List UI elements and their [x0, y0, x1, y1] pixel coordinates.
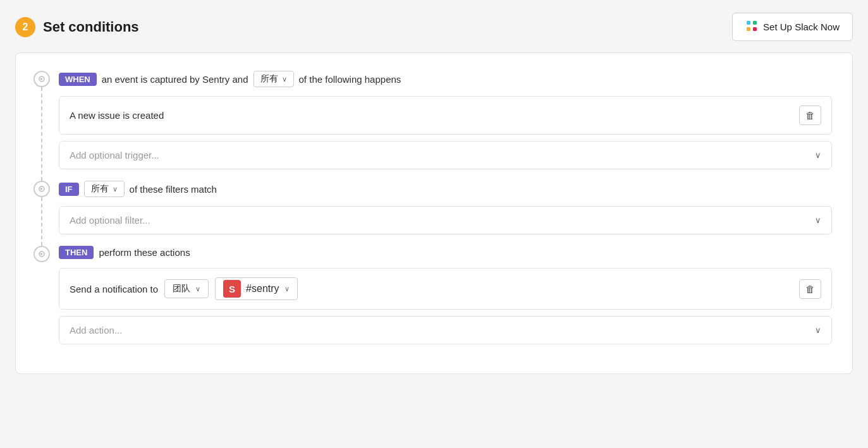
trash-icon: 🗑 — [805, 110, 815, 121]
then-prefix-text: perform these actions — [99, 247, 190, 258]
when-circle-btn[interactable] — [34, 71, 50, 87]
trash-icon-2: 🗑 — [805, 284, 815, 294]
add-filter-placeholder: Add optional filter... — [70, 215, 150, 226]
step-badge: 2 — [15, 17, 35, 37]
svg-marker-9 — [40, 253, 43, 255]
channel-chevron-icon: ∨ — [284, 285, 290, 293]
slack-icon — [745, 20, 758, 34]
svg-marker-5 — [40, 78, 43, 80]
svg-marker-7 — [40, 188, 43, 190]
svg-rect-1 — [753, 21, 757, 25]
condition-row-text: A new issue is created — [70, 110, 164, 121]
slack-button-label: Set Up Slack Now — [763, 21, 840, 32]
then-connector — [34, 246, 50, 356]
delete-condition-button[interactable]: 🗑 — [799, 106, 821, 125]
delete-notification-button[interactable]: 🗑 — [799, 279, 821, 299]
add-trigger-row[interactable]: Add optional trigger... ∨ — [59, 141, 832, 169]
header-left: 2 Set conditions — [15, 17, 139, 37]
setup-slack-button[interactable]: Set Up Slack Now — [732, 13, 853, 41]
page-header: 2 Set conditions Set Up Slack Now — [15, 13, 853, 41]
if-all-dropdown[interactable]: 所有 ∨ — [84, 181, 125, 197]
when-all-dropdown[interactable]: 所有 ∨ — [254, 71, 294, 87]
add-filter-row[interactable]: Add optional filter... ∨ — [59, 206, 832, 234]
condition-row: A new issue is created 🗑 — [59, 96, 832, 135]
then-badge: THEN — [59, 246, 94, 259]
when-prefix-text: an event is captured by Sentry and — [102, 74, 248, 85]
if-connector — [34, 181, 50, 246]
when-body: WHEN an event is captured by Sentry and … — [59, 71, 832, 181]
if-header-row: IF 所有 ∨ of these filters match — [59, 181, 832, 197]
then-header-row: THEN perform these actions — [59, 246, 832, 259]
notification-row-card: Send a notification to 团队 ∨ S #sentry ∨ … — [59, 268, 832, 310]
svg-rect-0 — [747, 21, 750, 25]
if-badge: IF — [59, 183, 79, 196]
then-body: THEN perform these actions Send a notifi… — [59, 246, 832, 356]
if-body: IF 所有 ∨ of these filters match Add optio… — [59, 181, 832, 246]
page-title: Set conditions — [43, 19, 139, 35]
if-dashed-line — [41, 197, 42, 246]
then-circle-btn[interactable] — [34, 246, 50, 262]
when-header-row: WHEN an event is captured by Sentry and … — [59, 71, 832, 87]
team-dropdown-chevron: ∨ — [195, 285, 200, 293]
when-connector — [34, 71, 50, 181]
when-suffix-text: of the following happens — [299, 74, 401, 85]
if-dropdown-chevron: ∨ — [113, 185, 118, 193]
svg-rect-2 — [747, 27, 750, 31]
add-trigger-chevron-icon: ∨ — [815, 150, 821, 160]
if-circle-btn[interactable] — [34, 181, 50, 197]
notification-row: Send a notification to 团队 ∨ S #sentry ∨ — [70, 277, 799, 300]
add-trigger-placeholder: Add optional trigger... — [70, 150, 159, 160]
add-action-placeholder: Add action... — [70, 325, 122, 336]
if-suffix-text: of these filters match — [130, 184, 217, 195]
notification-prefix: Send a notification to — [70, 284, 158, 294]
add-action-chevron-icon: ∨ — [815, 325, 821, 335]
add-filter-chevron-icon: ∨ — [815, 215, 821, 225]
svg-rect-3 — [753, 27, 757, 31]
when-dropdown-chevron: ∨ — [282, 75, 287, 83]
channel-badge: S — [223, 280, 241, 298]
conditions-card: WHEN an event is captured by Sentry and … — [15, 52, 853, 374]
channel-name: #sentry — [246, 283, 279, 294]
team-dropdown[interactable]: 团队 ∨ — [164, 279, 209, 298]
when-badge: WHEN — [59, 73, 97, 86]
if-dropdown-value: 所有 — [91, 183, 109, 195]
channel-selector[interactable]: S #sentry ∨ — [215, 277, 297, 300]
add-action-row[interactable]: Add action... ∨ — [59, 316, 832, 344]
team-dropdown-value: 团队 — [173, 283, 190, 294]
when-dropdown-value: 所有 — [260, 73, 278, 85]
when-dashed-line — [41, 87, 42, 181]
